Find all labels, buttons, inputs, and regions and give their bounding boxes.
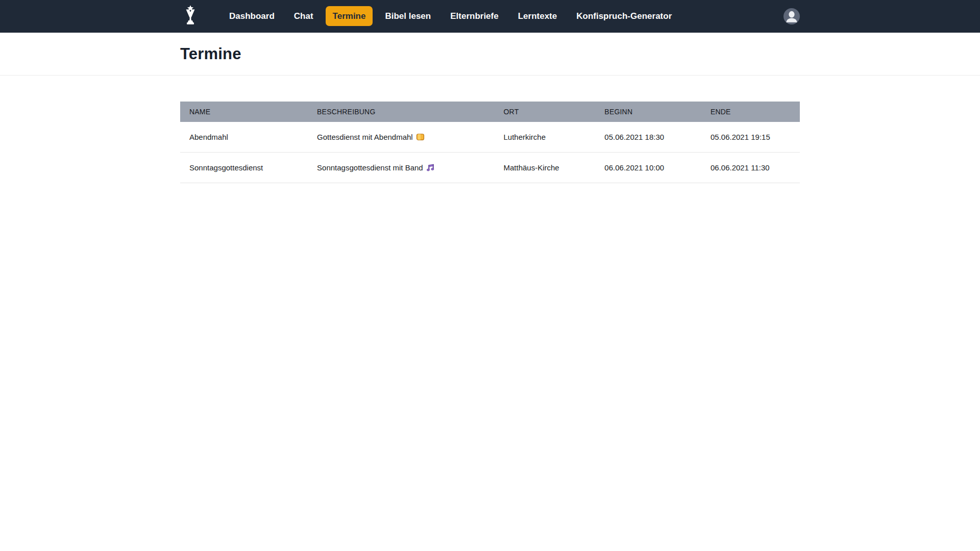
cell-beginn: 06.06.2021 10:00 <box>595 153 701 183</box>
page-title: Termine <box>180 45 800 63</box>
music-note-emoji-icon <box>426 163 435 172</box>
bread-emoji-icon <box>416 133 425 141</box>
top-navbar: DashboardChatTermineBibel lesenElternbri… <box>0 0 980 33</box>
nav-links: DashboardChatTermineBibel lesenElternbri… <box>229 11 672 21</box>
table-row: AbendmahlGottesdienst mit AbendmahlLuthe… <box>180 122 800 153</box>
page-header: Termine <box>0 33 980 76</box>
table-header-row: NAMEBESCHREIBUNGORTBEGINNENDE <box>180 102 800 122</box>
termine-table: NAMEBESCHREIBUNGORTBEGINNENDE AbendmahlG… <box>180 102 800 183</box>
nav-list-item: Chat <box>294 11 313 21</box>
cell-ort: Matthäus-Kirche <box>494 153 595 183</box>
nav-item-lerntexte[interactable]: Lerntexte <box>518 11 557 21</box>
cell-ende: 06.06.2021 11:30 <box>701 153 800 183</box>
column-header-ort: ORT <box>494 102 595 122</box>
cell-beginn: 05.06.2021 18:30 <box>595 122 701 153</box>
cell-ende: 05.06.2021 19:15 <box>701 122 800 153</box>
nav-list-item: Lerntexte <box>518 11 557 21</box>
nav-item-dashboard[interactable]: Dashboard <box>229 11 275 21</box>
nav-item-termine[interactable]: Termine <box>326 6 373 26</box>
nav-item-elternbriefe[interactable]: Elternbriefe <box>450 11 498 21</box>
nav-container: DashboardChatTermineBibel lesenElternbri… <box>180 0 800 33</box>
nav-item-konfispruch-generator[interactable]: Konfispruch-Generator <box>576 11 672 21</box>
cell-name: Abendmahl <box>180 122 308 153</box>
column-header-ende: ENDE <box>701 102 800 122</box>
trophy-icon[interactable] <box>184 5 197 28</box>
cell-beschreibung: Gottesdienst mit Abendmahl <box>308 122 494 153</box>
cell-beschreibung: Sonntagsgottesdienst mit Band <box>308 153 494 183</box>
nav-item-bibel-lesen[interactable]: Bibel lesen <box>385 11 431 21</box>
nav-list-item: Termine <box>333 11 366 21</box>
nav-list-item: Bibel lesen <box>385 11 431 21</box>
nav-item-chat[interactable]: Chat <box>294 11 313 21</box>
main-content: NAMEBESCHREIBUNGORTBEGINNENDE AbendmahlG… <box>180 102 800 183</box>
nav-list-item: Elternbriefe <box>450 11 498 21</box>
beschreibung-text: Gottesdienst mit Abendmahl <box>317 133 413 141</box>
column-header-name: NAME <box>180 102 308 122</box>
column-header-beschreibung: BESCHREIBUNG <box>308 102 494 122</box>
table-row: SonntagsgottesdienstSonntagsgottesdienst… <box>180 153 800 183</box>
cell-ort: Lutherkirche <box>494 122 595 153</box>
beschreibung-text: Sonntagsgottesdienst mit Band <box>317 163 423 172</box>
nav-list-item: Dashboard <box>229 11 275 21</box>
user-avatar-icon[interactable] <box>783 8 800 24</box>
table-header: NAMEBESCHREIBUNGORTBEGINNENDE <box>180 102 800 122</box>
nav-list-item: Konfispruch-Generator <box>576 11 672 21</box>
cell-name: Sonntagsgottesdienst <box>180 153 308 183</box>
column-header-beginn: BEGINN <box>595 102 701 122</box>
